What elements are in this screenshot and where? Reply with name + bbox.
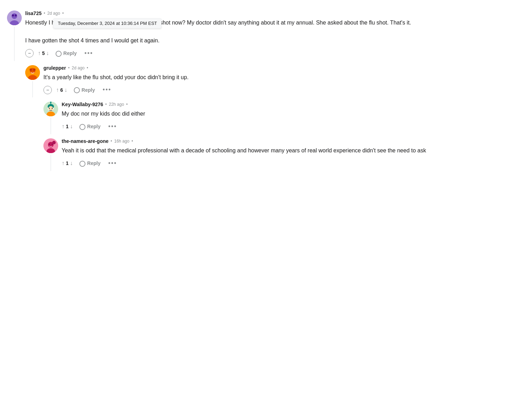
timestamp-keywallaby: 22h ago: [109, 102, 124, 107]
username-names: the-names-are-gone: [62, 138, 109, 144]
timestamp-grulepper: 2d ago: [72, 66, 85, 70]
svg-point-24: [52, 141, 56, 144]
comment-text-keywallaby: My doc nor my kids doc did either: [62, 109, 503, 118]
comment-header-keywallaby: Key-Wallaby-9276 • 22h ago •: [62, 102, 503, 107]
vote-count-grulepper: 6: [60, 87, 63, 93]
nested-keywallaby: Key-Wallaby-9276 • 22h ago • My doc nor …: [43, 102, 503, 171]
comment-body-keywallaby: Key-Wallaby-9276 • 22h ago • My doc nor …: [62, 102, 503, 134]
upvote-icon-grulepper[interactable]: ↑: [56, 87, 59, 93]
collapse-button-lisa725[interactable]: −: [25, 49, 34, 57]
more-button-names[interactable]: •••: [107, 159, 118, 168]
svg-point-3: [12, 14, 14, 16]
reply-icon-keywallaby: ◯: [79, 123, 85, 130]
downvote-icon-grulepper[interactable]: ↓: [64, 87, 67, 93]
svg-point-23: [51, 144, 53, 145]
thread-line-grulepper: [32, 81, 33, 98]
vote-group-names: ↑ 1 ↓: [62, 160, 73, 166]
comment-actions-names: ↑ 1 ↓ ◯ Reply •••: [62, 159, 503, 168]
svg-point-15: [52, 108, 53, 109]
more-button-grulepper[interactable]: •••: [101, 85, 113, 94]
upvote-icon-names[interactable]: ↑: [62, 160, 64, 166]
nested-grulepper: grulepper • 2d ago • It's a yearly like …: [25, 65, 503, 171]
svg-point-9: [33, 68, 36, 71]
downvote-icon-keywallaby[interactable]: ↓: [70, 123, 73, 130]
comment-body-lisa725: lisa725 • 2d ago • Tuesday, December 3, …: [25, 11, 503, 61]
username-grulepper: grulepper: [43, 65, 66, 71]
comment-text-grulepper: It's a yearly like the flu shot, odd you…: [43, 73, 503, 82]
reply-button-keywallaby[interactable]: ◯ Reply: [77, 122, 103, 131]
comment-left-names: [43, 138, 58, 171]
comment-keywallaby: Key-Wallaby-9276 • 22h ago • My doc nor …: [43, 102, 503, 134]
comment-header-lisa725: lisa725 • 2d ago • Tuesday, December 3, …: [25, 11, 503, 16]
comment-header-grulepper: grulepper • 2d ago •: [43, 65, 503, 71]
reply-button-names[interactable]: ◯ Reply: [77, 159, 103, 168]
comment-thread: lisa725 • 2d ago • Tuesday, December 3, …: [7, 7, 503, 179]
comment-text-names: Yeah it is odd that the medical professi…: [62, 146, 503, 155]
comment-names-are-gone: the-names-are-gone • 16h ago • Yeah it i…: [43, 138, 503, 171]
downvote-icon-lisa725[interactable]: ↓: [46, 50, 49, 56]
reply-icon-names: ◯: [79, 160, 85, 167]
downvote-icon-names[interactable]: ↓: [70, 160, 73, 166]
upvote-icon-keywallaby[interactable]: ↑: [62, 123, 64, 130]
comment-body-names: the-names-are-gone • 16h ago • Yeah it i…: [62, 138, 503, 171]
svg-point-8: [30, 68, 32, 71]
collapse-button-grulepper[interactable]: −: [43, 86, 52, 94]
comment-left-keywallaby: [43, 102, 58, 134]
tooltip-lisa725: Tuesday, December 3, 2024 at 10:36:14 PM…: [53, 18, 161, 28]
avatar-lisa725: [7, 11, 22, 25]
avatar-names-are-gone: [43, 138, 58, 153]
avatar-keywallaby: [43, 102, 58, 116]
vote-count-lisa725: 5: [42, 50, 45, 56]
reply-button-grulepper[interactable]: ◯ Reply: [71, 85, 97, 95]
more-button-keywallaby[interactable]: •••: [107, 122, 118, 131]
vote-group-keywallaby: ↑ 1 ↓: [62, 123, 73, 130]
reply-icon-lisa725: ◯: [55, 50, 62, 57]
comment-header-names: the-names-are-gone • 16h ago •: [62, 138, 503, 144]
vote-group-lisa725: ↑ 5 ↓: [38, 50, 49, 56]
timestamp-names: 16h ago: [114, 139, 129, 144]
vote-group-grulepper: ↑ 6 ↓: [56, 87, 67, 93]
comment-lisa725: lisa725 • 2d ago • Tuesday, December 3, …: [7, 11, 503, 61]
comment-left-grulepper: [25, 65, 40, 98]
thread-line-lisa725: [14, 27, 15, 61]
comment-actions-keywallaby: ↑ 1 ↓ ◯ Reply •••: [62, 122, 503, 131]
reply-icon-grulepper: ◯: [74, 87, 80, 93]
reply-button-lisa725[interactable]: ◯ Reply: [53, 49, 79, 58]
svg-point-4: [15, 14, 17, 16]
comment-left-lisa725: [7, 11, 22, 61]
upvote-icon-lisa725[interactable]: ↑: [38, 50, 41, 56]
username-lisa725: lisa725: [25, 11, 42, 16]
comment-actions-lisa725: − ↑ 5 ↓ ◯ Reply •••: [25, 49, 503, 58]
vote-count-keywallaby: 1: [66, 124, 69, 129]
comment-grulepper: grulepper • 2d ago • It's a yearly like …: [25, 65, 503, 98]
avatar-grulepper: [25, 65, 40, 80]
svg-point-22: [49, 144, 50, 145]
thread-line-names: [50, 154, 51, 171]
vote-count-names: 1: [66, 160, 69, 166]
username-keywallaby: Key-Wallaby-9276: [62, 102, 103, 107]
comment-body-grulepper: grulepper • 2d ago • It's a yearly like …: [43, 65, 503, 98]
svg-point-18: [50, 102, 51, 103]
comment-actions-grulepper: − ↑ 6 ↓ ◯ Reply •••: [43, 85, 503, 95]
thread-line-keywallaby: [50, 118, 51, 134]
svg-point-14: [49, 108, 50, 109]
more-button-lisa725[interactable]: •••: [83, 49, 95, 58]
timestamp-lisa725: 2d ago: [47, 11, 60, 16]
